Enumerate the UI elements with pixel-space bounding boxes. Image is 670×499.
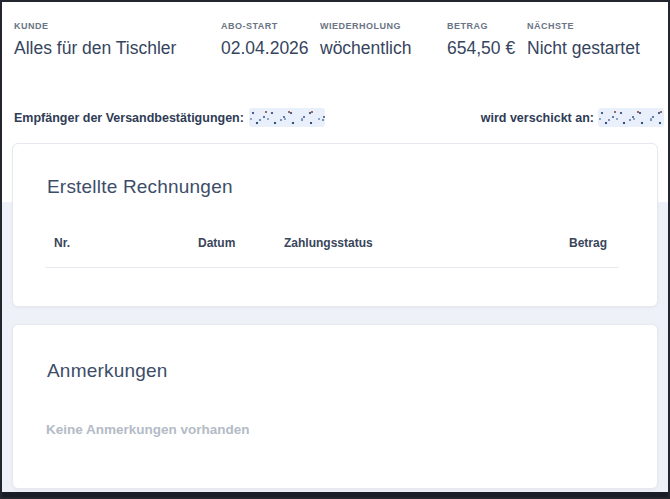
redacted-email-blob	[249, 108, 325, 127]
summary-label: BETRAG	[447, 21, 515, 31]
summary-col-betrag: BETRAG 654,50 €	[447, 21, 515, 59]
notes-card: Anmerkungen Keine Anmerkungen vorhanden	[12, 324, 658, 489]
recipients-row: Empfänger der Versandbestätigungen: wird…	[14, 106, 664, 126]
notes-empty-message: Keine Anmerkungen vorhanden	[46, 422, 250, 437]
confirmation-recipients: Empfänger der Versandbestätigungen:	[14, 108, 325, 127]
redacted-email-blob	[598, 108, 664, 127]
summary-col-abo-start: ABO-START 02.04.2026	[221, 21, 309, 59]
summary-label: NÄCHSTE	[527, 21, 640, 31]
customer-name: Alles für den Tischler	[14, 38, 176, 59]
subscription-summary: KUNDE Alles für den Tischler ABO-START 0…	[2, 21, 668, 67]
column-header-betrag: Betrag	[569, 236, 607, 250]
summary-label: ABO-START	[221, 21, 309, 31]
summary-label: KUNDE	[14, 21, 176, 31]
invoices-table-header: Nr. Datum Zahlungsstatus Betrag	[13, 236, 657, 252]
column-header-nr: Nr.	[54, 236, 70, 250]
invoices-card: Erstellte Rechnungen Nr. Datum Zahlungss…	[12, 143, 658, 307]
recurrence-interval: wöchentlich	[320, 38, 411, 59]
recipients-label: Empfänger der Versandbestätigungen:	[14, 111, 244, 125]
bottom-dark-bar	[2, 492, 668, 497]
invoices-card-title: Erstellte Rechnungen	[47, 176, 233, 198]
subscription-detail-page: KUNDE Alles für den Tischler ABO-START 0…	[0, 0, 670, 499]
send-to-recipients: wird verschickt an:	[481, 108, 664, 127]
table-header-divider	[45, 267, 619, 268]
summary-col-wiederholung: WIEDERHOLUNG wöchentlich	[320, 21, 411, 59]
subscription-start-date: 02.04.2026	[221, 38, 309, 59]
next-invoice-status: Nicht gestartet	[527, 38, 640, 59]
notes-card-title: Anmerkungen	[47, 360, 168, 382]
column-header-datum: Datum	[198, 236, 235, 250]
column-header-zahlungsstatus: Zahlungsstatus	[284, 236, 373, 250]
summary-col-naechste: NÄCHSTE Nicht gestartet	[527, 21, 640, 59]
amount-value: 654,50 €	[447, 38, 515, 59]
summary-col-kunde: KUNDE Alles für den Tischler	[14, 21, 176, 59]
send-to-label: wird verschickt an:	[481, 111, 594, 125]
summary-label: WIEDERHOLUNG	[320, 21, 411, 31]
